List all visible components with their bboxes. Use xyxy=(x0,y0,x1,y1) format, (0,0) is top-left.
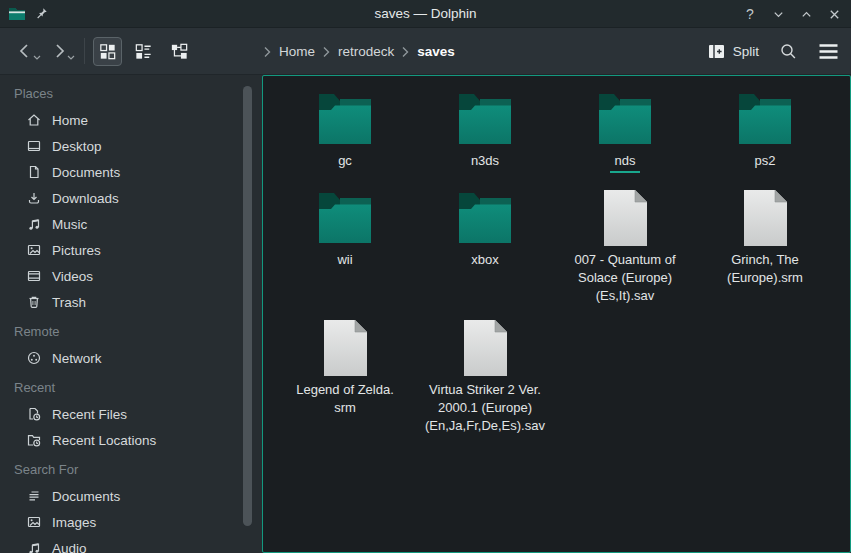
search-icon[interactable] xyxy=(779,42,798,61)
folder-item-xbox[interactable]: xbox xyxy=(415,189,555,305)
sidebar-item-label: Documents xyxy=(52,165,120,180)
grid-row: wii xbox 007 - Quantum ofSolace (Europe)… xyxy=(275,189,850,305)
sidebar-item-label: Desktop xyxy=(52,139,102,154)
breadcrumb: Homeretrodecksaves xyxy=(263,28,455,75)
hamburger-menu-icon[interactable] xyxy=(818,43,839,60)
folder-icon xyxy=(597,90,653,148)
back-button[interactable] xyxy=(10,36,40,66)
breadcrumb-chevron-icon[interactable] xyxy=(322,46,331,58)
image-icon xyxy=(26,514,42,530)
sidebar-scrollbar[interactable] xyxy=(243,86,252,526)
folder-item-gc[interactable]: gc xyxy=(275,90,415,173)
item-label: wii xyxy=(337,251,352,269)
folder-view: gc n3ds nds ps2 wii xbox 007 - Quantum o… xyxy=(262,75,851,553)
file-item-virtua-striker-2-ver[interactable]: Virtua Striker 2 Ver.2000.1 (Europe)(En,… xyxy=(415,319,555,435)
recent-file-icon xyxy=(26,406,42,422)
download-icon xyxy=(26,190,42,206)
sidebar-item-pictures[interactable]: Pictures xyxy=(0,237,262,263)
document-icon xyxy=(26,164,42,180)
section-header-places: Places xyxy=(0,81,262,107)
file-icon xyxy=(742,189,789,247)
music-note-icon xyxy=(26,216,42,232)
section-header-search-for: Search For xyxy=(0,457,262,483)
network-icon xyxy=(26,350,42,366)
folder-icon xyxy=(457,189,513,247)
sidebar-item-label: Trash xyxy=(52,295,86,310)
sidebar-item-label: Downloads xyxy=(52,191,119,206)
sidebar-item-label: Network xyxy=(52,351,102,366)
sidebar-item-recent-files[interactable]: Recent Files xyxy=(0,401,262,427)
split-button-label: Split xyxy=(733,44,759,59)
forward-dropdown-caret[interactable] xyxy=(67,49,75,64)
titlebar: saves — Dolphin ? xyxy=(0,0,851,28)
details-view-button[interactable] xyxy=(165,37,194,66)
toolbar: Homeretrodecksaves Split xyxy=(0,28,851,75)
sidebar-item-documents[interactable]: Documents xyxy=(0,159,262,185)
item-label: gc xyxy=(338,152,352,170)
sidebar-item-desktop[interactable]: Desktop xyxy=(0,133,262,159)
breadcrumb-segment-retrodeck[interactable]: retrodeck xyxy=(338,44,394,59)
trash-icon xyxy=(26,294,42,310)
icons-view-button[interactable] xyxy=(93,37,122,66)
sidebar-item-audio[interactable]: Audio xyxy=(0,535,262,553)
sidebar-item-trash[interactable]: Trash xyxy=(0,289,262,315)
item-label: n3ds xyxy=(471,152,499,170)
file-grid: gc n3ds nds ps2 wii xbox 007 - Quantum o… xyxy=(275,90,850,435)
breadcrumb-chevron-icon[interactable] xyxy=(263,46,272,58)
sidebar-item-label: Music xyxy=(52,217,87,232)
maximize-button[interactable] xyxy=(797,5,815,23)
folder-item-n3ds[interactable]: n3ds xyxy=(415,90,555,173)
item-label: Grinch, The(Europe).srm xyxy=(727,251,803,287)
item-label: 007 - Quantum ofSolace (Europe)(Es,It).s… xyxy=(574,251,675,305)
folder-item-wii[interactable]: wii xyxy=(275,189,415,305)
item-label: nds xyxy=(610,152,641,173)
grid-row: Legend of Zelda.srm Virtua Striker 2 Ver… xyxy=(275,319,850,435)
section-header-recent: Recent xyxy=(0,375,262,401)
folder-icon xyxy=(737,90,793,148)
folder-icon xyxy=(317,90,373,148)
dolphin-window: saves — Dolphin ? xyxy=(0,0,851,553)
help-button[interactable]: ? xyxy=(741,5,759,23)
compact-view-button[interactable] xyxy=(129,37,158,66)
window-title: saves — Dolphin xyxy=(374,0,476,28)
split-button[interactable]: Split xyxy=(708,44,759,59)
file-icon xyxy=(462,319,509,377)
pin-icon[interactable] xyxy=(35,7,48,20)
breadcrumb-segment-saves[interactable]: saves xyxy=(417,44,455,59)
desktop-icon xyxy=(26,138,42,154)
places-panel: PlacesHomeDesktopDocumentsDownloadsMusic… xyxy=(0,75,262,553)
close-button[interactable] xyxy=(825,5,843,23)
folder-icon xyxy=(317,189,373,247)
file-item-grinch-the[interactable]: Grinch, The(Europe).srm xyxy=(695,189,835,305)
sidebar-item-label: Images xyxy=(52,515,96,530)
breadcrumb-segment-home[interactable]: Home xyxy=(279,44,315,59)
file-icon xyxy=(322,319,369,377)
file-item-007-quantum-of[interactable]: 007 - Quantum ofSolace (Europe)(Es,It).s… xyxy=(555,189,695,305)
toolbar-separator xyxy=(84,38,85,64)
item-label: Virtua Striker 2 Ver.2000.1 (Europe)(En,… xyxy=(425,381,545,435)
sidebar-item-music[interactable]: Music xyxy=(0,211,262,237)
sidebar-item-network[interactable]: Network xyxy=(0,345,262,371)
forward-button[interactable] xyxy=(44,36,74,66)
sidebar-item-home[interactable]: Home xyxy=(0,107,262,133)
folder-item-ps2[interactable]: ps2 xyxy=(695,90,835,173)
file-item-legend-of-zelda[interactable]: Legend of Zelda.srm xyxy=(275,319,415,435)
folder-item-nds[interactable]: nds xyxy=(555,90,695,173)
grid-row: gc n3ds nds ps2 xyxy=(275,90,850,173)
file-icon xyxy=(602,189,649,247)
sidebar-item-label: Home xyxy=(52,113,88,128)
minimize-button[interactable] xyxy=(769,5,787,23)
sidebar-item-recent-locations[interactable]: Recent Locations xyxy=(0,427,262,453)
music-note-icon xyxy=(26,540,42,553)
back-dropdown-caret[interactable] xyxy=(33,49,41,64)
recent-folder-icon xyxy=(26,432,42,448)
sidebar-item-label: Videos xyxy=(52,269,93,284)
sidebar-item-downloads[interactable]: Downloads xyxy=(0,185,262,211)
sidebar-item-videos[interactable]: Videos xyxy=(0,263,262,289)
app-folder-icon xyxy=(8,7,26,21)
sidebar-item-images[interactable]: Images xyxy=(0,509,262,535)
section-header-remote: Remote xyxy=(0,319,262,345)
sidebar-item-label: Documents xyxy=(52,489,120,504)
breadcrumb-chevron-icon[interactable] xyxy=(401,46,410,58)
sidebar-item-documents[interactable]: Documents xyxy=(0,483,262,509)
